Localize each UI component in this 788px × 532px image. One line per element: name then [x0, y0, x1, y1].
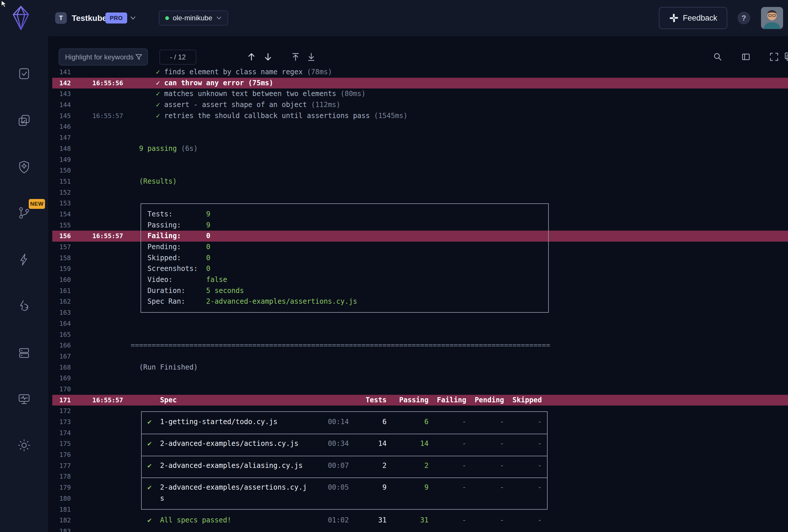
- line-content: ✓ matches unknown text between two eleme…: [131, 88, 366, 100]
- testkube-logo[interactable]: [12, 5, 30, 31]
- sidebar-item-tests[interactable]: [15, 64, 33, 83]
- search-logs-button[interactable]: [711, 50, 725, 64]
- log-line[interactable]: 146: [52, 121, 788, 132]
- filter-icon: [135, 54, 142, 61]
- highlight-keywords-placeholder: Highlight for keywords: [65, 53, 134, 61]
- log-line[interactable]: 165: [52, 329, 788, 340]
- log-line[interactable]: 149: [52, 154, 788, 165]
- line-content: ✔ 2-advanced-examples/aliasing.cy.js 00:…: [131, 461, 542, 471]
- log-line[interactable]: 143 ✓ matches unknown text between two e…: [52, 88, 788, 100]
- log-line[interactable]: 173 ✔ 1-getting-started/todo.cy.js 00:14…: [52, 416, 788, 428]
- log-line[interactable]: 168 (Run Finished): [52, 362, 788, 373]
- line-content: Screenshots: 0: [131, 263, 211, 274]
- line-number: 161: [52, 285, 71, 296]
- line-number: 149: [52, 154, 71, 165]
- scroll-to-bottom-button[interactable]: [304, 50, 318, 64]
- line-number: 165: [52, 329, 71, 340]
- line-number: 154: [52, 209, 71, 220]
- log-lines: 141 ✓ finds element by class name regex …: [48, 67, 788, 532]
- sidebar-item-status-pages[interactable]: [15, 390, 33, 408]
- highlight-keywords-input[interactable]: Highlight for keywords: [59, 48, 148, 65]
- log-line[interactable]: 153: [52, 198, 788, 209]
- log-line[interactable]: 182 ✔ All specs passed! 01:02 31 31 - - …: [52, 515, 788, 526]
- log-line[interactable]: 172: [52, 406, 788, 416]
- log-line[interactable]: 179 ✔ 2-advanced-examples/assertions.cy.…: [52, 482, 788, 493]
- server-icon: [17, 346, 31, 360]
- log-line[interactable]: 177 ✔ 2-advanced-examples/aliasing.cy.js…: [52, 461, 788, 471]
- log-line[interactable]: 154 Tests: 9: [52, 209, 788, 220]
- help-button[interactable]: ?: [737, 12, 750, 24]
- log-line[interactable]: 157 Pending: 0: [52, 242, 788, 253]
- log-line[interactable]: 164: [52, 318, 788, 329]
- arrow-up-icon: [247, 52, 256, 62]
- log-line[interactable]: 175 ✔ 2-advanced-examples/actions.cy.js …: [52, 438, 788, 449]
- sidebar-item-executors[interactable]: [15, 158, 33, 176]
- feedback-label: Feedback: [683, 14, 717, 23]
- user-avatar[interactable]: [761, 7, 783, 29]
- scroll-to-top-button[interactable]: [289, 50, 302, 64]
- sidebar-item-triggers[interactable]: [15, 250, 33, 269]
- line-content: ✓ assert - assert shape of an object (11…: [131, 100, 340, 110]
- workspace-chevron-down-icon[interactable]: [130, 15, 136, 21]
- match-counter[interactable]: - / 12: [159, 49, 196, 65]
- sidebar-item-logs[interactable]: [15, 344, 33, 362]
- sidebar-item-webhooks[interactable]: [15, 297, 33, 315]
- line-content: Spec Tests Passing Failing Pending Skipp…: [131, 395, 542, 406]
- log-line[interactable]: 176: [52, 449, 788, 461]
- log-line[interactable]: 169: [52, 373, 788, 384]
- line-content: Video: false: [131, 274, 227, 285]
- sidebar-item-test-suites[interactable]: [15, 111, 33, 130]
- line-number: 152: [52, 187, 71, 198]
- log-line[interactable]: 15616:55:57 Failing: 0: [52, 231, 788, 242]
- line-number: 164: [52, 318, 71, 329]
- line-number: 151: [52, 176, 71, 187]
- log-line[interactable]: 183: [52, 526, 788, 532]
- next-match-button[interactable]: [261, 50, 275, 64]
- line-number: 153: [52, 198, 71, 209]
- workspace-avatar[interactable]: T: [55, 12, 67, 24]
- sidebar-item-settings[interactable]: [15, 436, 33, 454]
- line-number: 178: [52, 471, 71, 482]
- fullscreen-icon: [769, 52, 779, 62]
- log-line[interactable]: 151 (Results): [52, 176, 788, 187]
- log-line[interactable]: 14216:55:56 ✓ can throw any error (75ms): [52, 78, 788, 89]
- log-line[interactable]: 181: [52, 504, 788, 515]
- log-line[interactable]: 141 ✓ finds element by class name regex …: [52, 67, 788, 78]
- log-line[interactable]: 144 ✓ assert - assert shape of an object…: [52, 100, 788, 110]
- log-line[interactable]: 155 Passing: 9: [52, 220, 788, 231]
- log-line[interactable]: 167: [52, 351, 788, 362]
- line-content: ✔ 1-getting-started/todo.cy.js 00:14 6 6…: [131, 416, 542, 428]
- line-content: ✓ can throw any error (75ms): [131, 78, 273, 89]
- log-line[interactable]: 170: [52, 384, 788, 395]
- log-viewer[interactable]: 141 ✓ finds element by class name regex …: [48, 67, 788, 532]
- log-line[interactable]: 160 Video: false: [52, 274, 788, 285]
- line-number: 157: [52, 242, 71, 253]
- log-line[interactable]: 159 Screenshots: 0: [52, 263, 788, 274]
- log-line[interactable]: 147: [52, 132, 788, 143]
- log-line[interactable]: 161 Duration: 5 seconds: [52, 285, 788, 296]
- environment-name: ole-minikube: [173, 14, 212, 22]
- line-content: Spec Ran: 2-advanced-examples/assertions…: [131, 296, 357, 307]
- log-line[interactable]: 148 9 passing (6s): [52, 143, 788, 154]
- log-line[interactable]: 174: [52, 428, 788, 438]
- line-content: ✔ 2-advanced-examples/actions.cy.js 00:3…: [131, 438, 542, 449]
- log-line[interactable]: 163: [52, 307, 788, 318]
- log-line[interactable]: 162 Spec Ran: 2-advanced-examples/assert…: [52, 296, 788, 307]
- log-line[interactable]: 152: [52, 187, 788, 198]
- line-content: Pending: 0: [131, 242, 211, 253]
- log-line[interactable]: 14516:55:57 ✓ retries the should callbac…: [52, 110, 788, 122]
- log-line[interactable]: 166=====================================…: [52, 340, 788, 351]
- copy-logs-button[interactable]: [782, 50, 788, 64]
- previous-match-button[interactable]: [244, 50, 258, 64]
- expand-panel-button[interactable]: [739, 50, 753, 64]
- log-line[interactable]: 158 Skipped: 0: [52, 253, 788, 264]
- environment-selector[interactable]: ole-minikube: [159, 11, 228, 25]
- git-branch-icon: [17, 206, 31, 220]
- line-number: 162: [52, 296, 71, 307]
- log-line[interactable]: 180 s: [52, 493, 788, 504]
- log-line[interactable]: 17116:55:57 Spec Tests Passing Failing P…: [52, 395, 788, 406]
- log-line[interactable]: 150: [52, 165, 788, 176]
- feedback-button[interactable]: Feedback: [659, 7, 727, 29]
- log-line[interactable]: 178: [52, 471, 788, 482]
- fullscreen-button[interactable]: [767, 50, 781, 64]
